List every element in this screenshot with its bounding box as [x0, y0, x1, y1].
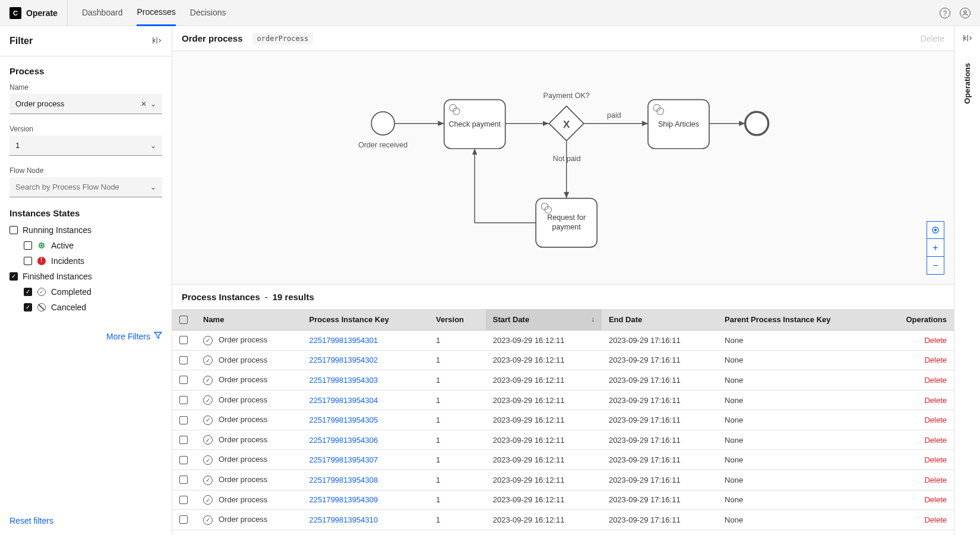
- start-event[interactable]: [371, 112, 394, 135]
- sort-arrow-down-icon: ↓: [591, 315, 595, 323]
- nav-tab-decisions[interactable]: Decisions: [190, 0, 226, 26]
- end-event[interactable]: [745, 112, 769, 135]
- col-parent-key[interactable]: Parent Process Instance Key: [717, 309, 880, 331]
- results-title: Process Instances: [182, 292, 260, 302]
- states-title: Instances States: [10, 208, 162, 218]
- zoom-fit-button[interactable]: [927, 221, 944, 239]
- checkbox-running[interactable]: [10, 226, 18, 234]
- help-icon[interactable]: ?: [940, 8, 950, 18]
- col-start-date[interactable]: Start Date↓: [486, 309, 602, 331]
- row-parent: None: [717, 370, 880, 391]
- instance-key-link[interactable]: 2251799813954302: [309, 355, 378, 364]
- row-start: 2023-09-29 16:12:11: [486, 430, 602, 450]
- instance-key-link[interactable]: 2251799813954304: [309, 396, 378, 405]
- col-name[interactable]: Name: [196, 309, 302, 331]
- row-checkbox[interactable]: [179, 515, 188, 524]
- task-ship-label: Ship Articles: [658, 120, 699, 128]
- row-checkbox[interactable]: [179, 396, 188, 404]
- state-active[interactable]: Active: [24, 241, 162, 250]
- row-delete-button[interactable]: Delete: [924, 495, 947, 504]
- completed-icon: ✓: [37, 287, 46, 297]
- instance-key-link[interactable]: 2251799813954301: [309, 336, 378, 345]
- row-delete-button[interactable]: Delete: [924, 336, 947, 345]
- edge-paid-label: paid: [607, 112, 621, 120]
- col-checkbox[interactable]: [172, 309, 196, 331]
- checkbox-finished[interactable]: [10, 272, 18, 281]
- row-checkbox[interactable]: [179, 356, 188, 364]
- col-operations[interactable]: Operations: [880, 309, 954, 331]
- zoom-in-button[interactable]: +: [927, 239, 944, 257]
- row-version: 1: [429, 350, 486, 370]
- bpmn-diagram[interactable]: Order received Check payment X Payment O…: [172, 51, 954, 285]
- main-content: Order process orderProcess Delete Order …: [172, 26, 954, 535]
- clear-name-icon[interactable]: ✕: [141, 100, 147, 108]
- row-checkbox[interactable]: [179, 496, 188, 504]
- row-delete-button[interactable]: Delete: [924, 455, 947, 464]
- collapse-sidebar-icon[interactable]: [151, 36, 162, 46]
- row-delete-button[interactable]: Delete: [924, 355, 947, 364]
- checkbox-active[interactable]: [24, 241, 32, 250]
- state-running-label: Running Instances: [23, 225, 91, 235]
- row-checkbox[interactable]: [179, 436, 188, 444]
- version-label: Version: [10, 125, 162, 133]
- row-checkbox[interactable]: [179, 336, 188, 344]
- row-start: 2023-09-29 16:12:11: [486, 350, 602, 370]
- instance-key-link[interactable]: 2251799813954309: [309, 495, 378, 504]
- row-version: 1: [429, 390, 486, 410]
- completed-icon: ✓: [203, 455, 213, 465]
- flownode-select[interactable]: Search by Process Flow Node ⌄: [10, 177, 162, 197]
- row-name: Order process: [219, 515, 267, 524]
- row-delete-button[interactable]: Delete: [924, 476, 947, 484]
- instance-key-link[interactable]: 2251799813954306: [309, 436, 378, 445]
- row-start: 2023-09-29 16:12:11: [486, 410, 602, 430]
- checkbox-completed[interactable]: [24, 288, 32, 296]
- active-icon: [37, 241, 46, 250]
- instance-key-link[interactable]: 2251799813954307: [309, 455, 378, 464]
- completed-icon: ✓: [203, 435, 213, 445]
- version-select[interactable]: 1 ⌄: [10, 136, 162, 156]
- row-parent: None: [717, 390, 880, 410]
- row-version: 1: [429, 430, 486, 450]
- row-checkbox[interactable]: [179, 456, 188, 464]
- instance-key-link[interactable]: 2251799813954303: [309, 376, 378, 385]
- table-row: ✓Order process 2251799813954307 1 2023-0…: [172, 450, 954, 470]
- name-select[interactable]: Order process ✕ ⌄: [10, 94, 162, 114]
- row-checkbox[interactable]: [179, 476, 188, 484]
- col-end-date[interactable]: End Date: [602, 309, 717, 331]
- user-icon[interactable]: [960, 8, 970, 18]
- row-delete-button[interactable]: Delete: [924, 376, 947, 385]
- checkbox-incidents[interactable]: [24, 257, 32, 265]
- state-completed[interactable]: ✓ Completed: [24, 287, 162, 297]
- col-version[interactable]: Version: [429, 309, 486, 331]
- instance-key-link[interactable]: 2251799813954305: [309, 416, 378, 424]
- row-delete-button[interactable]: Delete: [924, 396, 947, 405]
- reset-filters-link[interactable]: Reset filters: [0, 506, 172, 535]
- row-name: Order process: [219, 355, 267, 364]
- row-end: 2023-09-29 17:16:11: [602, 390, 717, 410]
- delete-process-button[interactable]: Delete: [921, 34, 944, 43]
- checkbox-canceled[interactable]: [24, 303, 32, 311]
- row-delete-button[interactable]: Delete: [924, 515, 947, 524]
- more-filters-link[interactable]: More Filters: [10, 331, 162, 341]
- instance-key-link[interactable]: 2251799813954308: [309, 476, 378, 484]
- header-actions: ?: [940, 8, 970, 18]
- row-start: 2023-09-29 16:12:11: [486, 390, 602, 410]
- nav-tab-processes[interactable]: Processes: [137, 0, 175, 26]
- flownode-placeholder: Search by Process Flow Node: [15, 182, 119, 191]
- state-canceled[interactable]: Canceled: [24, 303, 162, 312]
- row-checkbox[interactable]: [179, 416, 188, 424]
- instance-key-link[interactable]: 2251799813954310: [309, 515, 378, 524]
- filter-sidebar: Filter Process Name Order process ✕ ⌄ Ve…: [0, 26, 172, 535]
- instances-table-wrap[interactable]: Name Process Instance Key Version Start …: [172, 309, 954, 535]
- zoom-out-button[interactable]: −: [927, 257, 944, 275]
- row-delete-button[interactable]: Delete: [924, 416, 947, 424]
- expand-operations-icon[interactable]: [962, 33, 973, 44]
- col-key[interactable]: Process Instance Key: [302, 309, 429, 331]
- state-finished[interactable]: Finished Instances: [10, 272, 162, 281]
- state-incidents[interactable]: Incidents: [24, 256, 162, 266]
- row-delete-button[interactable]: Delete: [924, 436, 947, 445]
- state-running[interactable]: Running Instances: [10, 225, 162, 235]
- nav-tab-dashboard[interactable]: Dashboard: [82, 0, 123, 26]
- row-checkbox[interactable]: [179, 376, 188, 384]
- row-end: 2023-09-29 17:16:11: [602, 410, 717, 430]
